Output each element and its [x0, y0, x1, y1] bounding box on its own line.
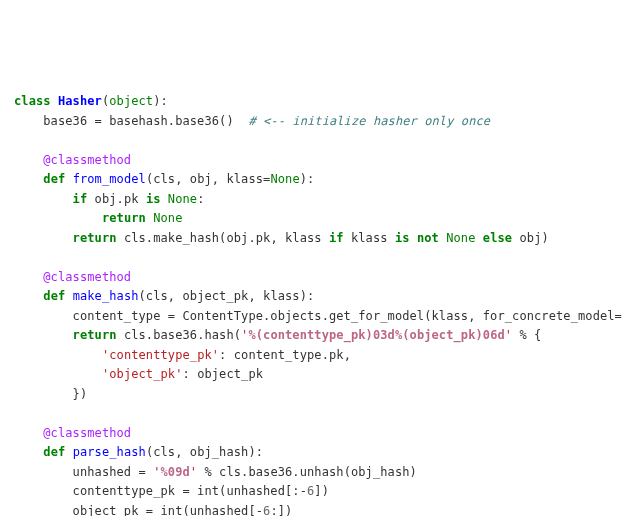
kw-class: class — [14, 94, 51, 108]
kw-return: return — [73, 328, 117, 342]
kw-is: is — [146, 192, 161, 206]
class-name: Hasher — [58, 94, 102, 108]
builtin-none: None — [153, 211, 182, 225]
text: :]) — [270, 504, 292, 517]
string: ' — [153, 465, 160, 479]
text: : object_pk — [182, 367, 263, 381]
text: }) — [14, 387, 87, 401]
func-name: parse_hash — [73, 445, 146, 459]
func-name: from_model — [73, 172, 146, 186]
text: object_pk = int(unhashed[- — [14, 504, 263, 517]
builtin-object: object — [109, 94, 153, 108]
kw-if: if — [73, 192, 88, 206]
kw-def: def — [43, 172, 65, 186]
string: 'contenttype_pk' — [102, 348, 219, 362]
decorator: @classmethod — [14, 270, 131, 284]
text: cls.make_hash(obj.pk, klass — [117, 231, 329, 245]
decorator: @classmethod — [14, 426, 131, 440]
text: contenttype_pk = int(unhashed[:- — [14, 484, 307, 498]
string: 'object_pk' — [102, 367, 183, 381]
text: (cls, object_pk, klass): — [139, 289, 315, 303]
text: obj.pk — [87, 192, 146, 206]
kw-return: return — [73, 231, 117, 245]
builtin-none: None — [270, 172, 299, 186]
text: : — [197, 192, 204, 206]
text — [476, 231, 483, 245]
kw-is-not: is not — [395, 231, 439, 245]
text: klass — [344, 231, 395, 245]
kw-def: def — [43, 289, 65, 303]
text: % cls.base36.unhash(obj_hash) — [197, 465, 417, 479]
text: ]) — [314, 484, 329, 498]
text: base36 = basehash.base36() — [14, 114, 248, 128]
text: (cls, obj, klass= — [146, 172, 271, 186]
text: ): — [300, 172, 315, 186]
text: unhashed = — [14, 465, 153, 479]
text: : content_type.pk, — [219, 348, 351, 362]
code-block: class Hasher(object): base36 = basehash.… — [14, 92, 622, 516]
kw-if: if — [329, 231, 344, 245]
text: % { — [512, 328, 541, 342]
text: ): — [153, 94, 168, 108]
string-interp: %(contenttype_pk)03d%(object_pk)06d — [248, 328, 504, 342]
text: content_type = ContentType.objects.get_f… — [14, 309, 622, 323]
text: obj) — [512, 231, 549, 245]
kw-else: else — [483, 231, 512, 245]
builtin-none: None — [446, 231, 475, 245]
text — [161, 192, 168, 206]
comment: # <-- initialize hasher only once — [248, 114, 490, 128]
kw-return: return — [102, 211, 146, 225]
text: cls.base36.hash( — [117, 328, 242, 342]
string-interp: %09d — [161, 465, 190, 479]
builtin-none: None — [168, 192, 197, 206]
decorator: @classmethod — [14, 153, 131, 167]
text: (cls, obj_hash): — [146, 445, 263, 459]
func-name: make_hash — [73, 289, 139, 303]
kw-def: def — [43, 445, 65, 459]
